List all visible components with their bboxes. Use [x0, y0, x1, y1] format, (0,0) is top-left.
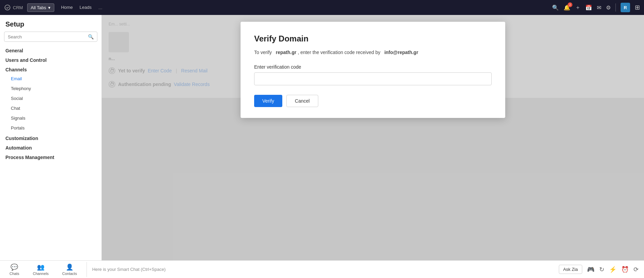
bottombar-tabs: 💬 Chats 👥 Channels 👤 Contacts: [0, 262, 87, 277]
ask-zia-button[interactable]: Ask Zia: [559, 265, 582, 274]
sidebar: Setup 🔍 General Users and Control Channe…: [0, 15, 102, 278]
sidebar-search-container: 🔍: [4, 32, 97, 42]
modal-title: Verify Domain: [254, 34, 492, 44]
modal-subtitle: To verify repath.gr , enter the verifica…: [254, 49, 492, 56]
channels-icon: 👥: [37, 263, 44, 271]
sidebar-section-process[interactable]: Process Management: [0, 152, 101, 161]
domain-name: repath.gr: [276, 50, 297, 55]
topnav-right: 🔍 🔔 2 ＋ 📅 ✉ ⚙ R ⊞: [552, 3, 640, 12]
sidebar-item-telephony[interactable]: Telephony: [0, 84, 101, 93]
nav-home[interactable]: Home: [61, 5, 73, 10]
sidebar-item-portals[interactable]: Portals: [0, 123, 101, 133]
app-logo-text: CRM: [13, 5, 23, 10]
app-logo: CRM: [4, 4, 23, 11]
mail-icon[interactable]: ✉: [597, 4, 601, 11]
calendar-icon[interactable]: 📅: [585, 4, 592, 11]
bottombar-tab-chats[interactable]: 💬 Chats: [3, 262, 26, 277]
sidebar-section-automation[interactable]: Automation: [0, 142, 101, 152]
nav-links: Home Leads ...: [61, 5, 102, 10]
notification-badge: 2: [568, 2, 572, 7]
chats-label: Chats: [10, 272, 19, 276]
bottombar-right: Ask Zia 🎮 ↻ ⚡ ⏰ ⟳: [553, 265, 644, 274]
sidebar-section-users[interactable]: Users and Control: [0, 55, 101, 64]
history-icon[interactable]: ⟳: [633, 266, 639, 273]
verification-code-input[interactable]: [254, 72, 492, 85]
bottombar-tab-contacts[interactable]: 👤 Contacts: [55, 262, 83, 277]
contacts-label: Contacts: [62, 272, 77, 276]
avatar[interactable]: R: [621, 3, 630, 12]
sidebar-item-email[interactable]: Email: [0, 74, 101, 84]
nav-leads[interactable]: Leads: [80, 5, 92, 10]
all-tabs-button[interactable]: All Tabs ▾: [27, 3, 54, 12]
contacts-icon: 👤: [66, 263, 73, 271]
channels-label: Channels: [33, 272, 49, 276]
sidebar-section-channels[interactable]: Channels: [0, 64, 101, 74]
gamepad-icon[interactable]: 🎮: [587, 266, 594, 273]
subtitle-prefix: To verify: [254, 50, 272, 55]
sidebar-section-customization[interactable]: Customization: [0, 133, 101, 142]
modal-buttons: Verify Cancel: [254, 95, 492, 107]
sidebar-section-general[interactable]: General: [0, 45, 101, 55]
activity-icon[interactable]: ⚡: [609, 266, 617, 273]
sidebar-title: Setup: [0, 15, 101, 32]
smart-chat-placeholder[interactable]: Here is your Smart Chat (Ctrl+Space): [87, 267, 553, 272]
main-content: Em... setti... n... ⏱ Yet to verify Ente…: [102, 15, 644, 278]
notifications-icon[interactable]: 🔔 2: [564, 4, 570, 11]
top-navigation: CRM All Tabs ▾ Home Leads ... 🔍 🔔 2 ＋ 📅 …: [0, 0, 644, 15]
bottombar-tab-channels[interactable]: 👥 Channels: [26, 262, 55, 277]
layout: Setup 🔍 General Users and Control Channe…: [0, 15, 644, 278]
verify-button[interactable]: Verify: [254, 95, 282, 107]
search-icon: 🔍: [88, 34, 94, 39]
verify-domain-modal: Verify Domain To verify repath.gr , ente…: [241, 22, 505, 118]
cancel-button[interactable]: Cancel: [286, 95, 318, 107]
grid-icon[interactable]: ⊞: [635, 4, 640, 11]
search-icon[interactable]: 🔍: [552, 4, 559, 11]
chats-icon: 💬: [11, 263, 18, 271]
alarm-icon[interactable]: ⏰: [621, 266, 629, 273]
search-input[interactable]: [8, 34, 86, 39]
chevron-down-icon: ▾: [48, 5, 51, 10]
input-label: Enter verification code: [254, 64, 492, 70]
sidebar-item-chat[interactable]: Chat: [0, 103, 101, 113]
divider: [615, 3, 616, 12]
modal-overlay: Verify Domain To verify repath.gr , ente…: [102, 15, 644, 278]
add-icon[interactable]: ＋: [575, 4, 581, 11]
subtitle-middle: , enter the verification code received b…: [298, 50, 380, 55]
tools-icon[interactable]: ⚙: [606, 4, 611, 11]
bottom-bar: 💬 Chats 👥 Channels 👤 Contacts Here is yo…: [0, 260, 644, 278]
email-address: info@repath.gr: [384, 50, 418, 55]
refresh-icon[interactable]: ↻: [599, 266, 604, 273]
sidebar-item-signals[interactable]: Signals: [0, 113, 101, 123]
sidebar-item-social[interactable]: Social: [0, 93, 101, 103]
